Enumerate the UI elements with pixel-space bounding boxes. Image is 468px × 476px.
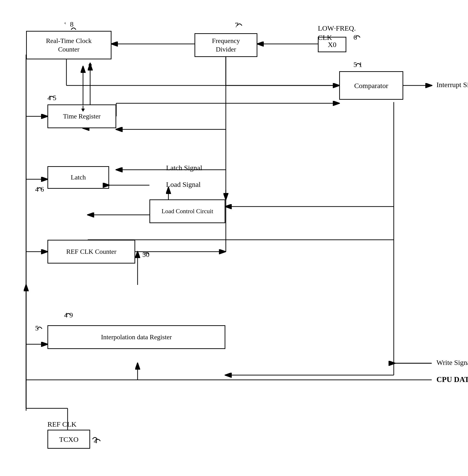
ref-4: 4 <box>94 437 97 445</box>
refclk-label: REF CLK <box>47 420 77 428</box>
lowfreq-label: LOW·FREQ. CLK <box>318 14 356 42</box>
timereg-block: Time Register <box>47 105 116 128</box>
timereg-label: Time Register <box>63 112 101 121</box>
loadctrl-label: Load Control Circuit <box>161 207 213 215</box>
load-signal-label: Load Signal <box>166 180 201 188</box>
refclkctr-label: REF CLK Counter <box>66 247 117 256</box>
interp-block: Interpolation data Register <box>47 325 225 349</box>
interrupt-signal-label: Interrupt Signal <box>437 81 468 89</box>
comparator-block: Comparator <box>339 71 403 100</box>
rtc-block: Real-Time Clock Counter <box>26 31 112 59</box>
rtc-label: Real-Time Clock Counter <box>46 37 92 54</box>
ref-50: 50 <box>142 250 149 259</box>
cpu-data-label: CPU DATA <box>437 375 468 384</box>
ref-46: 4 6 <box>35 185 44 193</box>
interp-label: Interpolation data Register <box>101 333 172 341</box>
ref-49: 4 9 <box>64 311 73 319</box>
freqdiv-block: Frequency Divider <box>194 33 257 57</box>
ref-45: 4 5 <box>47 94 57 102</box>
tcxo-label: TCXO <box>59 435 78 444</box>
diagram: Real-Time Clock Counter 8 ’ Frequency Di… <box>0 0 468 476</box>
ref-6: 6 <box>353 33 357 41</box>
write-signal-label: Write Signal <box>437 358 468 367</box>
svg-marker-46 <box>88 62 92 65</box>
loadctrl-block: Load Control Circuit <box>149 200 225 223</box>
ref-7: 7 <box>235 21 238 29</box>
latch-block: Latch <box>47 166 109 189</box>
refclkctr-block: REF CLK Counter <box>47 240 135 263</box>
latch-label: Latch <box>71 173 86 182</box>
ref-8-bracket: ’ <box>64 21 66 29</box>
latch-signal-label: Latch Signal <box>166 164 202 172</box>
comparator-label: Comparator <box>354 81 388 90</box>
freqdiv-label: Frequency Divider <box>212 37 240 54</box>
ref-8: 8 <box>70 20 73 28</box>
ref-51: 5 1 <box>353 61 363 69</box>
ref-5b: 5 <box>35 324 39 332</box>
tcxo-block: TCXO <box>47 430 90 449</box>
